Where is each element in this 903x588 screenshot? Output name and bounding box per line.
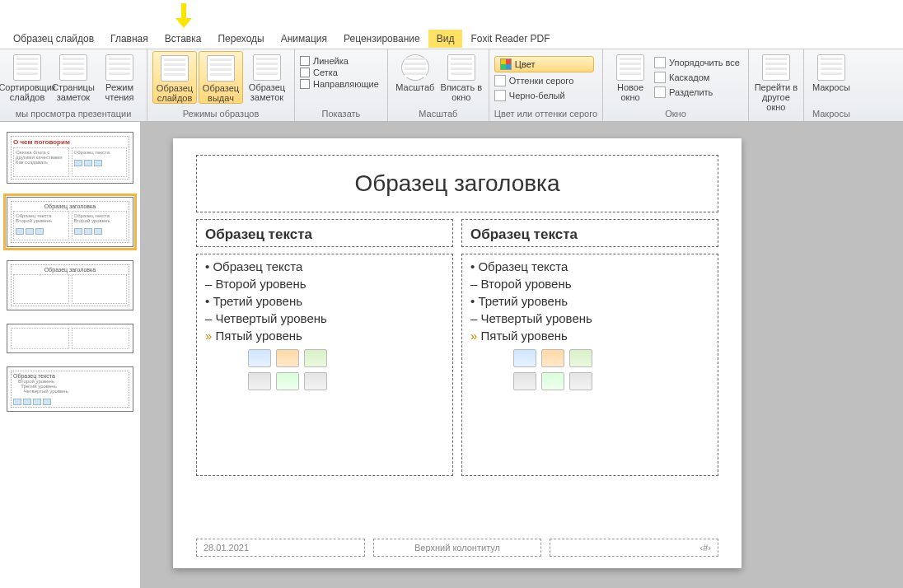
layout-thumb-1[interactable]: О чем поговорим Связка блога с другими к… xyxy=(7,132,133,184)
group-master-views: Образец слайдов Образец выдач Образец за… xyxy=(147,49,295,121)
insert-table-icon[interactable] xyxy=(513,349,536,367)
handout-master-button[interactable]: Образец выдач xyxy=(199,51,243,104)
group-label: Макросы xyxy=(809,107,854,121)
slide-master-button[interactable]: Образец слайдов xyxy=(152,51,197,104)
layout-thumb-4[interactable] xyxy=(7,324,133,353)
group-label: Окно xyxy=(608,107,743,121)
tab-view[interactable]: Вид xyxy=(428,30,463,48)
group-show: Линейка Сетка Направляющие Показать xyxy=(295,49,388,121)
grayscale-button[interactable]: Оттенки серого xyxy=(494,74,594,87)
split-button[interactable]: Разделить xyxy=(654,86,740,99)
main-area: О чем поговорим Связка блога с другими к… xyxy=(0,122,903,588)
insert-picture-icon[interactable] xyxy=(513,372,536,390)
group-label: мы просмотра презентации xyxy=(5,107,142,121)
group-window: Новое окно Упорядочить все Каскадом Разд… xyxy=(603,49,749,121)
insert-smartart-icon[interactable] xyxy=(304,349,327,367)
guides-checkbox[interactable]: Направляющие xyxy=(300,79,379,89)
layout-thumb-3[interactable]: Образец заголовка xyxy=(7,260,133,310)
group-color: Цвет Оттенки серого Черно-белый Цвет или… xyxy=(489,49,603,121)
zoom-button[interactable]: Масштаб xyxy=(393,51,437,92)
notes-master-button[interactable]: Образец заметок xyxy=(245,51,289,102)
tab-slide-master[interactable]: Образец слайдов xyxy=(5,30,102,48)
text-header-left-placeholder[interactable]: Образец текста xyxy=(196,219,453,247)
group-macros: Макросы Макросы xyxy=(804,49,859,121)
tab-animation[interactable]: Анимация xyxy=(273,30,335,48)
tab-transitions[interactable]: Переходы xyxy=(209,30,272,48)
content-icons[interactable] xyxy=(248,349,330,390)
slide-sorter-button[interactable]: Сортировщик слайдов xyxy=(5,51,49,102)
group-label: Цвет или оттенки серого xyxy=(494,107,597,121)
reading-view-button[interactable]: Режим чтения xyxy=(97,51,142,102)
ribbon: Сортировщик слайдов Страницы заметок Реж… xyxy=(0,49,903,122)
layout-thumb-5[interactable]: Образец текста Второй уровень Третий уро… xyxy=(7,366,133,412)
title-placeholder[interactable]: Образец заголовка xyxy=(196,155,718,212)
slide-canvas[interactable]: Образец заголовка Образец текста Образец… xyxy=(173,138,742,568)
insert-picture-icon[interactable] xyxy=(248,372,271,390)
tab-review[interactable]: Рецензирование xyxy=(335,30,428,48)
cascade-button[interactable]: Каскадом xyxy=(654,71,740,84)
content-left-placeholder[interactable]: Образец текста Второй уровень Третий уро… xyxy=(196,254,453,476)
tab-foxit[interactable]: Foxit Reader PDF xyxy=(462,30,558,48)
content-right-placeholder[interactable]: Образец текста Второй уровень Третий уро… xyxy=(461,254,718,476)
tab-home[interactable]: Главная xyxy=(102,30,157,48)
arrange-all-button[interactable]: Упорядочить все xyxy=(654,56,740,69)
group-presentation-views: Сортировщик слайдов Страницы заметок Реж… xyxy=(0,49,147,121)
content-icons[interactable] xyxy=(513,349,596,390)
new-window-button[interactable]: Новое окно xyxy=(608,51,653,102)
group-label: Показать xyxy=(300,107,382,121)
macros-button[interactable]: Макросы xyxy=(809,51,854,92)
gridlines-checkbox[interactable]: Сетка xyxy=(300,68,379,77)
text-header-right-placeholder[interactable]: Образец текста xyxy=(461,219,718,247)
group-label: Режимы образцов xyxy=(152,107,289,121)
footer-placeholder[interactable]: Верхний колонтитул xyxy=(373,539,542,557)
highlight-arrow xyxy=(178,3,189,28)
slide-editor[interactable]: Образец заголовка Образец текста Образец… xyxy=(140,122,903,588)
group-switch-window: Перейти в другое окно xyxy=(749,49,804,121)
insert-media-icon[interactable] xyxy=(304,372,327,390)
ribbon-tabs: Образец слайдов Главная Вставка Переходы… xyxy=(0,28,903,49)
layout-thumbnails-panel[interactable]: О чем поговорим Связка блога с другими к… xyxy=(0,122,140,588)
insert-media-icon[interactable] xyxy=(569,372,592,390)
bw-button[interactable]: Черно-белый xyxy=(494,89,594,102)
tab-insert[interactable]: Вставка xyxy=(157,30,210,48)
insert-chart-icon[interactable] xyxy=(541,349,564,367)
insert-smartart-icon[interactable] xyxy=(569,349,592,367)
color-button[interactable]: Цвет xyxy=(494,56,594,72)
group-zoom: Масштаб Вписать в окно Масштаб xyxy=(388,49,489,121)
switch-windows-button[interactable]: Перейти в другое окно xyxy=(754,51,798,112)
fit-window-button[interactable]: Вписать в окно xyxy=(439,51,484,102)
date-placeholder[interactable]: 28.01.2021 xyxy=(196,539,365,557)
insert-chart-icon[interactable] xyxy=(276,349,299,367)
group-label: Масштаб xyxy=(393,107,484,121)
notes-page-button[interactable]: Страницы заметок xyxy=(51,51,96,102)
insert-clipart-icon[interactable] xyxy=(276,372,299,390)
insert-table-icon[interactable] xyxy=(248,349,271,367)
layout-thumb-2[interactable]: Образец заголовка Образец текстаВторой у… xyxy=(7,197,133,247)
ruler-checkbox[interactable]: Линейка xyxy=(300,56,379,66)
insert-clipart-icon[interactable] xyxy=(541,372,564,390)
slide-number-placeholder[interactable]: ‹#› xyxy=(550,539,718,557)
